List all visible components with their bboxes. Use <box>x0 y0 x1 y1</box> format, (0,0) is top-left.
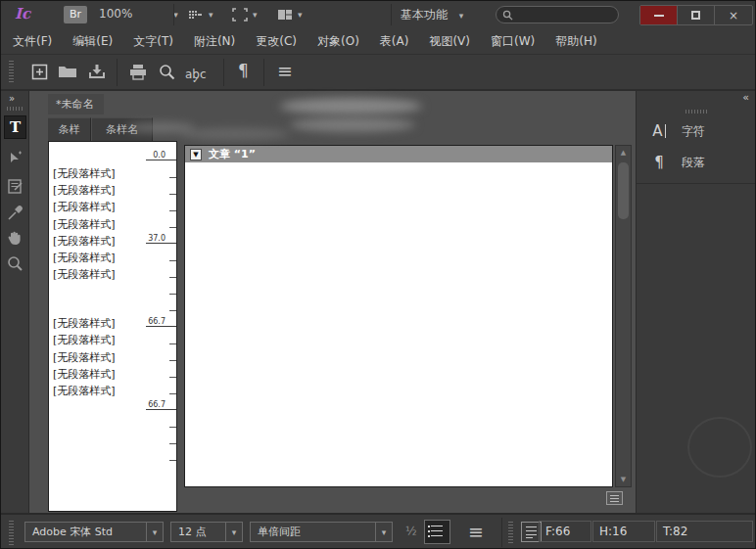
copyfit-lines-field: F:66 <box>539 521 591 542</box>
menu-item[interactable]: 视图(V) <box>429 33 470 50</box>
search-icon <box>502 10 513 21</box>
leading-value: 单倍间距 <box>251 525 375 539</box>
screen-mode-icon <box>231 6 249 23</box>
toolbar-menu-button[interactable]: ≡ <box>277 60 292 81</box>
ruler-tick <box>169 194 176 195</box>
font-size-select[interactable]: 12 点 ▾ <box>170 522 243 542</box>
font-family-select[interactable]: Adobe 宋体 Std ▾ <box>24 522 164 542</box>
scrollbar-thumb[interactable] <box>618 162 629 219</box>
new-document-icon <box>30 63 49 81</box>
paragraph-panel-button[interactable]: ¶ 段落 <box>637 148 756 177</box>
arrange-documents-button[interactable]: ▾ <box>276 6 303 23</box>
statusbar-menu-icon[interactable]: ≡ <box>468 521 483 542</box>
statusbar-grip[interactable] <box>9 521 14 546</box>
story-editor[interactable]: ▼ 文章 “1” <box>184 145 613 487</box>
zoom-tool[interactable] <box>6 254 24 277</box>
paragraph-style-label[interactable]: [无段落样式] <box>53 234 116 249</box>
ruler-mark: 37.0 <box>146 234 176 244</box>
print-button[interactable] <box>128 63 148 85</box>
paragraph-style-label[interactable]: [无段落样式] <box>53 217 116 232</box>
paragraph-style-label[interactable]: [无段落样式] <box>53 367 116 382</box>
story-header[interactable]: ▼ 文章 “1” <box>185 146 612 162</box>
tools-panel: » T <box>1 91 29 513</box>
note-tool[interactable] <box>6 177 24 200</box>
open-button[interactable] <box>58 63 78 84</box>
maximize-button[interactable] <box>678 6 715 24</box>
menu-item[interactable]: 对象(O) <box>317 33 359 50</box>
workspace-switcher[interactable]: 基本功能 ▾ <box>401 7 463 23</box>
paragraph-style-label[interactable]: [无段落样式] <box>53 200 116 214</box>
position-tool[interactable] <box>6 150 24 172</box>
ruler-tick <box>169 443 176 444</box>
ruler-tick <box>169 210 176 211</box>
show-hidden-characters-button[interactable]: ¶ <box>238 61 249 80</box>
paragraph-style-label[interactable]: [无段落样式] <box>53 316 116 331</box>
chevron-down-icon: ▾ <box>459 11 464 21</box>
ruler-mark: 66.7 <box>146 400 176 410</box>
type-tool[interactable]: T <box>4 115 26 139</box>
titlebar: Ic Br 100% ▾ ▾ ▾ ▾ <box>1 1 756 28</box>
close-button[interactable]: × <box>715 6 752 24</box>
paragraph-style-label[interactable]: [无段落样式] <box>53 384 116 398</box>
toolbar-grip[interactable] <box>9 61 14 84</box>
overset-indicator-icon <box>606 491 623 505</box>
scroll-down-icon[interactable]: ▼ <box>616 476 631 483</box>
collapse-dock-icon[interactable]: « <box>742 91 749 104</box>
view-tab-galley[interactable]: 条样 <box>48 117 91 141</box>
find-button[interactable] <box>158 63 176 85</box>
menu-item[interactable]: 文件(F) <box>13 33 52 50</box>
zoom-level-dropdown[interactable]: 100% ▾ <box>99 7 178 21</box>
expand-panel-icon[interactable]: » <box>9 93 15 104</box>
separator <box>223 59 224 86</box>
open-folder-icon <box>58 63 78 80</box>
info-column-toggle[interactable] <box>424 520 450 544</box>
menu-item[interactable]: 窗口(W) <box>491 33 535 50</box>
dock-grip[interactable] <box>685 110 709 114</box>
paragraph-style-label[interactable]: [无段落样式] <box>53 166 116 181</box>
menu-item[interactable]: 编辑(E) <box>72 33 113 50</box>
screen-mode-button[interactable]: ▾ <box>231 6 258 23</box>
collapse-story-icon[interactable]: ▼ <box>190 149 202 160</box>
copyfit-grip[interactable] <box>508 522 513 545</box>
fraction-icon[interactable]: ½ <box>405 525 417 538</box>
leading-select[interactable]: 单倍间距 ▾ <box>250 522 393 542</box>
paragraph-style-label[interactable]: [无段落样式] <box>53 251 116 265</box>
spellcheck-button[interactable]: abc✓ <box>185 64 207 82</box>
ruler-tick <box>169 277 176 278</box>
close-icon: × <box>729 9 738 23</box>
chevron-down-icon: ▾ <box>253 10 258 20</box>
chevron-down-icon: ▾ <box>153 527 158 537</box>
menu-icon: ≡ <box>277 60 292 81</box>
vertical-scrollbar[interactable]: ▲ ▼ <box>615 145 632 487</box>
scroll-up-icon[interactable]: ▲ <box>616 149 631 157</box>
eyedropper-tool[interactable] <box>6 204 24 226</box>
view-options-button[interactable]: ▾ <box>187 6 213 23</box>
menu-item[interactable]: 更改(C) <box>256 33 297 50</box>
bridge-button[interactable]: Br <box>64 6 87 23</box>
statusbar: Adobe 宋体 Std ▾ 12 点 ▾ 单倍间距 ▾ ½ ≡ F:66 H:… <box>1 513 756 549</box>
new-document-button[interactable] <box>30 63 49 85</box>
paragraph-style-label[interactable]: [无段落样式] <box>53 183 116 198</box>
search-box[interactable] <box>496 6 619 23</box>
search-input[interactable] <box>513 9 606 21</box>
character-label: 字符 <box>682 123 705 140</box>
save-button[interactable] <box>87 63 107 85</box>
document-tab[interactable]: *未命名 <box>48 94 104 114</box>
paragraph-style-label[interactable]: [无段落样式] <box>53 350 116 365</box>
spellcheck-icon: abc✓ <box>185 68 207 81</box>
paragraph-style-label[interactable]: [无段落样式] <box>53 333 116 347</box>
paragraph-style-label[interactable]: [无段落样式] <box>53 267 116 282</box>
menu-item[interactable]: 表(A) <box>380 33 409 50</box>
hand-tool[interactable] <box>6 229 24 252</box>
galley-info-column[interactable]: [无段落样式][无段落样式][无段落样式][无段落样式][无段落样式][无段落样… <box>48 141 177 512</box>
character-panel-button[interactable]: A 字符 <box>637 116 756 146</box>
minimize-button[interactable] <box>640 6 678 24</box>
menu-item[interactable]: 附注(N) <box>194 33 235 50</box>
font-family-value: Adobe 宋体 Std <box>25 525 146 539</box>
menu-item[interactable]: 文字(T) <box>133 33 173 50</box>
tools-panel-grip[interactable] <box>7 107 23 111</box>
copyfit-depth-field: H:16 <box>592 521 655 542</box>
hand-icon <box>6 229 24 248</box>
menu-item[interactable]: 帮助(H) <box>555 33 596 50</box>
ruler-tick <box>169 377 176 378</box>
